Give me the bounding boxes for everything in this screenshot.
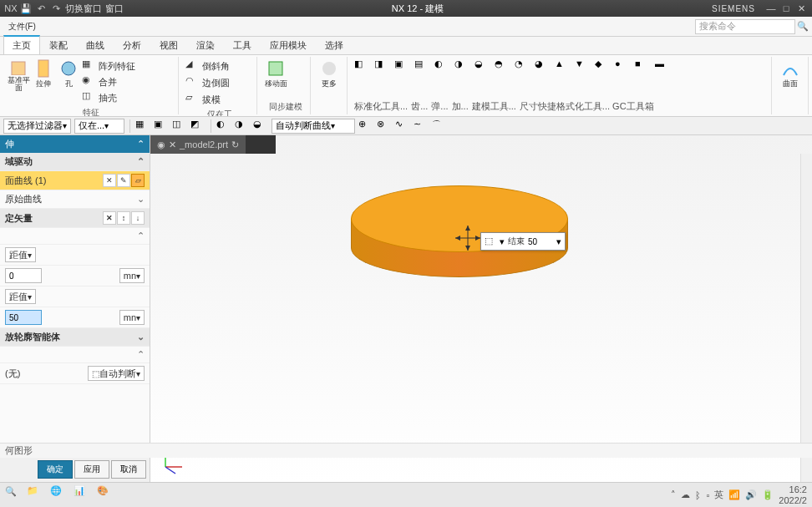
sel-icon-9[interactable]: ⊗: [377, 119, 392, 134]
tab-curve[interactable]: 曲线: [77, 36, 114, 54]
tab-select[interactable]: 选择: [316, 36, 353, 54]
floating-dimension-input[interactable]: ⬚ ▾ 结束 ▾: [480, 232, 566, 251]
tray-date[interactable]: 2022/2: [779, 495, 807, 505]
tab-view[interactable]: 视图: [150, 36, 187, 54]
vec-x-icon[interactable]: ✕: [103, 211, 116, 225]
ribbon-icon-10[interactable]: ◕: [535, 58, 550, 74]
end-value-floating-input[interactable]: [528, 237, 553, 246]
tab-assembly[interactable]: 装配: [40, 36, 77, 54]
document-tab[interactable]: ◉ ✕ _model2.prt ↻: [150, 135, 246, 154]
graphics-canvas[interactable]: ◉ ✕ _model2.prt ↻ ⬚ ▾ 结束 ▾: [150, 135, 812, 482]
ribbon-icon-7[interactable]: ◒: [475, 58, 490, 74]
sel-icon-10[interactable]: ∿: [395, 119, 410, 134]
tab-home[interactable]: 主页: [3, 35, 40, 54]
ribbon-icon-4[interactable]: ▤: [414, 58, 429, 74]
end-unit-combo[interactable]: mn ▾: [119, 310, 145, 325]
window-menu[interactable]: 窗口: [105, 3, 124, 15]
edge-blend-button[interactable]: ◠边倒圆: [185, 75, 230, 90]
bool-section[interactable]: 放轮廓智能体⌄: [0, 328, 150, 347]
sel-icon-8[interactable]: ⊕: [358, 119, 373, 134]
curve-infer-combo[interactable]: 自动判断曲线 ▾: [272, 119, 355, 134]
vec-z-icon[interactable]: ↓: [131, 211, 145, 225]
tray-chevron-icon[interactable]: ˄: [671, 489, 676, 500]
vector-section[interactable]: 定矢量 ✕↕↓: [0, 209, 150, 228]
drag-manipulator[interactable]: [455, 226, 480, 251]
more-button[interactable]: 更多: [317, 58, 341, 92]
tray-volume-icon[interactable]: 🔊: [745, 489, 757, 500]
tray-ime-indicator[interactable]: 英: [714, 489, 723, 501]
tray-bluetooth-icon[interactable]: ᛒ: [695, 490, 701, 500]
explorer-icon[interactable]: 📁: [27, 485, 47, 505]
sel-icon-1[interactable]: ▦: [135, 119, 150, 134]
minimize-icon[interactable]: —: [765, 3, 777, 14]
ribbon-icon-2[interactable]: ◨: [374, 58, 389, 74]
tab-application[interactable]: 应用模块: [261, 36, 316, 54]
ribbon-icon-15[interactable]: ■: [635, 58, 650, 74]
curve-mode-icon[interactable]: ▱: [131, 174, 145, 187]
sel-icon-12[interactable]: ⌒: [432, 119, 447, 134]
limits-section[interactable]: ⌃: [0, 228, 150, 245]
tray-wifi-icon[interactable]: 📶: [728, 489, 740, 500]
tray-cloud-icon[interactable]: ☁: [681, 489, 690, 500]
selection-filter-combo[interactable]: 无选择过滤器 ▾: [3, 119, 71, 134]
apply-button[interactable]: 应用: [74, 460, 109, 479]
union-button[interactable]: ◉合并: [82, 74, 135, 89]
ribbon-icon-6[interactable]: ◑: [454, 58, 469, 74]
draw-icon[interactable]: ✎: [117, 174, 130, 187]
datum-plane-button[interactable]: 基准平面: [7, 58, 30, 92]
command-search[interactable]: 搜索命令: [695, 19, 795, 34]
cancel-button[interactable]: 取消: [111, 460, 146, 479]
chevron-down-icon[interactable]: ▾: [500, 236, 505, 247]
end-value-input[interactable]: [5, 310, 42, 325]
curve-row[interactable]: 面曲线 (1) ✕✎▱: [0, 171, 150, 190]
undo-icon[interactable]: ↶: [35, 3, 47, 14]
pattern-feature-button[interactable]: ▦阵列特征: [82, 58, 135, 74]
sel-icon-5[interactable]: ◐: [216, 119, 231, 134]
tab-analysis[interactable]: 分析: [114, 36, 150, 54]
ribbon-icon-13[interactable]: ◆: [595, 58, 610, 74]
save-icon[interactable]: 💾: [20, 3, 32, 14]
maximize-icon[interactable]: □: [780, 3, 792, 14]
close-icon[interactable]: ✕: [795, 3, 807, 14]
tab-tools[interactable]: 工具: [224, 36, 261, 54]
app-icon-1[interactable]: 📊: [74, 485, 94, 505]
sel-icon-7[interactable]: ◒: [253, 119, 268, 134]
extrude-button[interactable]: 拉伸: [32, 58, 55, 92]
edge-icon[interactable]: 🌐: [50, 485, 70, 505]
sel-icon-3[interactable]: ◫: [172, 119, 187, 134]
start-value-input[interactable]: [5, 268, 42, 283]
ribbon-icon-16[interactable]: ▬: [655, 58, 670, 74]
orig-curve-row[interactable]: 原始曲线⌄: [0, 190, 150, 209]
clear-icon[interactable]: ✕: [103, 174, 116, 187]
doc-close-icon[interactable]: ✕: [169, 139, 176, 150]
app-icon-2[interactable]: 🎨: [97, 485, 117, 505]
sel-icon-4[interactable]: ◩: [190, 119, 206, 134]
redo-icon[interactable]: ↷: [50, 3, 62, 14]
chamfer-button[interactable]: ◢倒斜角: [185, 58, 230, 74]
draft-button[interactable]: ▱拔模: [185, 92, 221, 107]
ribbon-icon-9[interactable]: ◔: [515, 58, 530, 74]
start-type-combo[interactable]: 距值 ▾: [5, 247, 36, 262]
section-drive[interactable]: 域驱动⌃: [0, 153, 150, 171]
tray-app-icon[interactable]: ▫: [706, 490, 709, 500]
start-unit-combo[interactable]: mn ▾: [119, 268, 145, 283]
vec-dir-icon[interactable]: ↕: [117, 211, 130, 225]
ribbon-icon-5[interactable]: ◐: [434, 58, 449, 74]
move-face-button[interactable]: 移动面: [264, 58, 287, 92]
ok-button[interactable]: 确定: [38, 460, 73, 479]
vertical-scrollbar[interactable]: [800, 154, 812, 482]
search-icon[interactable]: 🔍: [797, 21, 809, 33]
ribbon-icon-8[interactable]: ◓: [495, 58, 510, 74]
switch-window-menu[interactable]: 切换窗口: [65, 3, 102, 15]
sel-icon-6[interactable]: ◑: [235, 119, 250, 134]
hole-button[interactable]: 孔: [57, 58, 80, 92]
doc-reload-icon[interactable]: ↻: [231, 139, 239, 150]
search-icon[interactable]: 🔍: [5, 486, 23, 504]
surface-button[interactable]: 曲面: [779, 58, 802, 92]
ribbon-icon-14[interactable]: ●: [615, 58, 630, 74]
tab-render[interactable]: 渲染: [187, 36, 224, 54]
tray-time[interactable]: 16:2: [779, 484, 807, 494]
layer-filter-combo[interactable]: 仅在... ▾: [74, 119, 124, 134]
ribbon-icon-11[interactable]: ▲: [555, 58, 570, 74]
sel-icon-2[interactable]: ▣: [154, 119, 169, 134]
